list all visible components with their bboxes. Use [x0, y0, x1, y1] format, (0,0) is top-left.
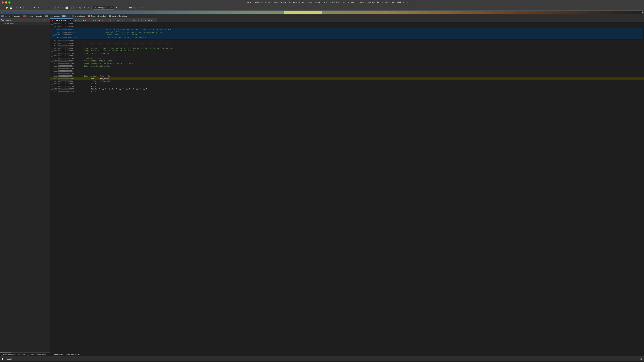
debugger-select[interactable]: No debugger [93, 6, 114, 10]
forward-button[interactable]: ▶ [19, 6, 22, 10]
code-line-byte-sex: __text:00000001800C5564 ; Byte sex : Lit… [50, 65, 644, 67]
functions-col-name: Function name [1, 22, 14, 24]
code-line-sep1: __text:00000001800C5564 ; --------------… [50, 23, 644, 25]
legend-regular: Regular function [24, 15, 43, 17]
xref-btn1[interactable]: ⬆ [33, 6, 36, 10]
tab-ida-view-a[interactable]: 📌 IDA View-A ✕ ⧉ [50, 18, 73, 22]
tab-structures-icon: A [93, 19, 94, 21]
pseudo-btn[interactable]: { } [69, 6, 72, 10]
minimap-right[interactable]: ▶ [642, 11, 644, 14]
toolbar: 🗋 📁 💾 ◀ ▶ ↩ ↪ ⬆ ⬇ ↕ A ⬛ ⧉ ≡ ⬜ { } ▶ ▶▶ ⏸… [0, 5, 644, 11]
code-line-blank6: __text:00000001800C5564 [50, 72, 644, 75]
new-button[interactable]: 🗋 [1, 6, 4, 10]
legend-library-dot [2, 15, 4, 17]
refresh-btn[interactable]: ↻ [124, 6, 128, 10]
debugger-settings[interactable]: ▼ [114, 6, 118, 10]
sep3 [46, 6, 46, 9]
minimap-left[interactable]: ◀ [0, 11, 2, 14]
minimize-button[interactable] [5, 1, 7, 3]
functions-title: Functions [1, 19, 42, 21]
tab-ida-view-a-split[interactable]: ⧉ [70, 19, 71, 21]
code-line-ida1: __text:00000001800C5564 | This file was … [52, 28, 642, 31]
graph-btn[interactable]: ⧉ [56, 6, 60, 10]
tab-hex-view-1[interactable]: Hex View-1 ✕ [73, 18, 91, 22]
code-line-blank3: __text:00000001800C5564 [50, 45, 644, 47]
legend-unexplored-dot [72, 15, 74, 17]
output-panel: 📋 Output ⤒ ⤓ ✕ Error loading dyld bind i… [0, 357, 644, 362]
save-button[interactable]: 💾 [9, 6, 13, 10]
tab-structures-close[interactable]: ✕ [107, 19, 109, 21]
hex-btn[interactable]: ⬜ [65, 6, 68, 10]
output-scroll-bottom[interactable]: ⤓ [636, 358, 638, 361]
code-view[interactable]: __text:00000001800C5564 ; --------------… [50, 22, 644, 353]
tab-hex-view-1-close[interactable]: ✕ [87, 19, 89, 21]
tab-structures-split[interactable]: ⧉ [110, 19, 111, 21]
output-close[interactable]: ✕ [640, 358, 642, 361]
scroll-thumb[interactable] [0, 352, 11, 353]
tab-imports-close[interactable]: ✕ [138, 19, 140, 21]
open-button[interactable]: 📁 [5, 6, 8, 10]
legend-lumina-dot [109, 15, 111, 17]
functions-scrollbar[interactable] [0, 352, 50, 353]
watch-btn[interactable]: 👁 [120, 6, 124, 10]
code-line-dco1: ► __text:00000001800C5569 DCO 0, 0, 0, 0… [50, 88, 644, 90]
code-line-code64: __text:00000001800C5564 CODE64 [50, 83, 644, 85]
legend-regular-label: Regular function [26, 15, 43, 17]
color-button[interactable]: ⬛ [51, 6, 54, 10]
ida-info-box: __text:00000001800C5564 | This file was … [50, 28, 643, 39]
plugin-btn[interactable]: 🔌 [132, 6, 136, 10]
xref-back-button[interactable]: ↩ [24, 6, 28, 10]
font-button[interactable]: A [46, 6, 50, 10]
code-line-blank1: __text:00000001800C5564 [50, 25, 644, 28]
maximize-button[interactable] [8, 1, 10, 3]
legend-instruction-dot [46, 15, 48, 17]
danger-btn[interactable]: ⚠ [141, 6, 145, 10]
sep1 [14, 6, 14, 9]
close-button[interactable] [2, 1, 4, 3]
plugin-btn2[interactable]: ⚙ [137, 6, 140, 10]
stop-btn[interactable]: ✕ [87, 6, 91, 10]
run-btn2[interactable]: ▶▶ [78, 6, 82, 10]
legend-data-dot [62, 15, 65, 17]
xref-btn2[interactable]: ⬇ [37, 6, 40, 10]
snap-btn[interactable]: 📷 [128, 6, 132, 10]
code-line-blank4: __text:00000001800C5564 [50, 55, 644, 57]
arrow-marker: ► [100, 88, 101, 90]
main-area: Functions ⟳ ✕ Function name 📌 IDA View-A… [0, 18, 644, 353]
code-line-ida2: __text:00000001800C5564 | Copyright (c) … [52, 31, 642, 34]
tab-ida-view-a-close[interactable]: ✕ [67, 19, 69, 21]
code-line-processor: __text:00000001800C5564 ; Processor : AR… [50, 57, 644, 60]
legend-data: Data [62, 15, 70, 17]
output-scroll-top[interactable]: ⤒ [631, 358, 634, 361]
tab-enums[interactable]: Enums ✕ [113, 18, 127, 22]
functions-refresh[interactable]: ⟳ [43, 19, 46, 21]
sep6 [92, 6, 92, 9]
text-btn[interactable]: ≡ [60, 6, 64, 10]
tab-hex-view-1-label: Hex View-1 [75, 19, 86, 21]
address-bar-text: __text:00000001800C5564: __text:00000001… [1, 354, 82, 356]
tab-exports[interactable]: Exports [144, 18, 158, 22]
xref-fwd-button[interactable]: ↪ [28, 6, 32, 10]
legend-instruction-label: Instruction [48, 15, 60, 17]
functions-close[interactable]: ✕ [46, 19, 49, 21]
tabs-area: 📌 IDA View-A ✕ ⧉ Hex View-1 ✕ A Structur… [50, 18, 644, 353]
xref-btn3[interactable]: ↕ [41, 6, 45, 10]
run-btn[interactable]: ▶ [74, 6, 78, 10]
tab-structures[interactable]: A Structures ✕ ⧉ [91, 18, 113, 22]
tab-enums-close[interactable]: ✕ [122, 19, 124, 21]
back-button[interactable]: ◀ [14, 6, 18, 10]
code-line-target: __text:00000001800C5564 ; Target assembl… [50, 62, 644, 65]
code-line-crc32: __text:00000001800C5564 ; Input CRC32 : … [50, 52, 644, 55]
functions-panel: Functions ⟳ ✕ Function name [0, 18, 50, 353]
tabs-bar: 📌 IDA View-A ✕ ⧉ Hex View-1 ✕ A Structur… [50, 18, 644, 22]
functions-col-header: Function name [0, 22, 50, 25]
code-line-blank5: __text:00000001800C5564 [50, 67, 644, 70]
output-content[interactable]: Error loading dyld bind info () Error lo… [0, 361, 644, 362]
minimap-bar: ◀ ▶ [0, 11, 644, 14]
tab-imports[interactable]: Imports ✕ ⧉ [127, 18, 144, 22]
step-btn[interactable]: ⏸ [83, 6, 86, 10]
functions-list[interactable] [0, 25, 50, 352]
address-bar: __text:00000001800C5564: __text:00000001… [0, 353, 644, 357]
code-line-blank2: __text:00000001800C5564 [50, 40, 644, 42]
tab-imports-split[interactable]: ⧉ [141, 19, 142, 21]
